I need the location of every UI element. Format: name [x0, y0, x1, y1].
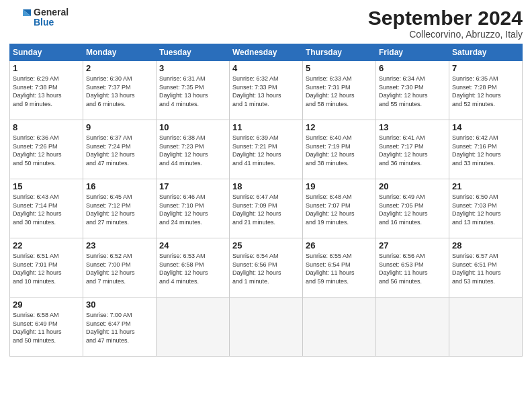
table-row: 27 Sunrise: 6:56 AM Sunset: 6:53 PM Dayl…	[376, 238, 449, 298]
table-row: 12 Sunrise: 6:40 AM Sunset: 7:19 PM Dayl…	[303, 120, 376, 179]
col-wednesday: Wednesday	[230, 44, 303, 61]
day-info: Sunrise: 6:41 AM Sunset: 7:17 PM Dayligh…	[379, 134, 446, 167]
day-info: Sunrise: 6:32 AM Sunset: 7:33 PM Dayligh…	[232, 75, 300, 108]
col-thursday: Thursday	[303, 44, 376, 61]
table-row: 5 Sunrise: 6:33 AM Sunset: 7:31 PM Dayli…	[303, 61, 376, 120]
calendar-week-row: 15 Sunrise: 6:43 AM Sunset: 7:14 PM Dayl…	[10, 179, 523, 238]
header: General Blue September 2024 Collecorvino…	[9, 7, 523, 40]
table-row: 15 Sunrise: 6:43 AM Sunset: 7:14 PM Dayl…	[10, 179, 83, 238]
table-row: 4 Sunrise: 6:32 AM Sunset: 7:33 PM Dayli…	[230, 61, 303, 120]
logo: General Blue	[9, 7, 69, 28]
day-info: Sunrise: 6:57 AM Sunset: 6:51 PM Dayligh…	[452, 252, 519, 285]
table-row: 23 Sunrise: 6:52 AM Sunset: 7:00 PM Dayl…	[83, 238, 157, 298]
day-info: Sunrise: 6:45 AM Sunset: 7:12 PM Dayligh…	[86, 193, 153, 226]
calendar-week-row: 29 Sunrise: 6:58 AM Sunset: 6:49 PM Dayl…	[10, 298, 523, 357]
logo-general: General	[34, 7, 69, 17]
day-number: 29	[13, 300, 80, 310]
table-row: 18 Sunrise: 6:47 AM Sunset: 7:09 PM Dayl…	[230, 179, 303, 238]
calendar-container: General Blue September 2024 Collecorvino…	[0, 0, 532, 363]
col-friday: Friday	[376, 44, 449, 61]
calendar-week-row: 22 Sunrise: 6:51 AM Sunset: 7:01 PM Dayl…	[10, 238, 523, 298]
day-number: 2	[86, 63, 153, 73]
day-number: 16	[86, 181, 153, 191]
calendar-week-row: 8 Sunrise: 6:36 AM Sunset: 7:26 PM Dayli…	[10, 120, 523, 179]
table-row: 9 Sunrise: 6:37 AM Sunset: 7:24 PM Dayli…	[83, 120, 157, 179]
table-row: 11 Sunrise: 6:39 AM Sunset: 7:21 PM Dayl…	[230, 120, 303, 179]
table-row: 21 Sunrise: 6:50 AM Sunset: 7:03 PM Dayl…	[449, 179, 523, 238]
location-title: Collecorvino, Abruzzo, Italy	[368, 29, 523, 40]
table-row: 14 Sunrise: 6:42 AM Sunset: 7:16 PM Dayl…	[449, 120, 523, 179]
day-info: Sunrise: 6:37 AM Sunset: 7:24 PM Dayligh…	[86, 134, 153, 167]
table-row	[230, 298, 303, 357]
day-info: Sunrise: 6:54 AM Sunset: 6:56 PM Dayligh…	[232, 252, 300, 285]
day-info: Sunrise: 6:42 AM Sunset: 7:16 PM Dayligh…	[452, 134, 519, 167]
table-row: 20 Sunrise: 6:49 AM Sunset: 7:05 PM Dayl…	[376, 179, 449, 238]
day-number: 30	[86, 300, 153, 310]
table-row: 17 Sunrise: 6:46 AM Sunset: 7:10 PM Dayl…	[157, 179, 230, 238]
day-info: Sunrise: 6:33 AM Sunset: 7:31 PM Dayligh…	[306, 75, 373, 108]
table-row	[157, 298, 230, 357]
table-row: 25 Sunrise: 6:54 AM Sunset: 6:56 PM Dayl…	[230, 238, 303, 298]
calendar-header-row: Sunday Monday Tuesday Wednesday Thursday…	[10, 44, 523, 61]
day-info: Sunrise: 6:50 AM Sunset: 7:03 PM Dayligh…	[452, 193, 519, 226]
day-info: Sunrise: 6:35 AM Sunset: 7:28 PM Dayligh…	[452, 75, 519, 108]
day-number: 20	[379, 181, 446, 191]
day-number: 27	[379, 240, 446, 250]
table-row: 7 Sunrise: 6:35 AM Sunset: 7:28 PM Dayli…	[449, 61, 523, 120]
day-number: 10	[159, 122, 226, 132]
day-info: Sunrise: 6:40 AM Sunset: 7:19 PM Dayligh…	[306, 134, 373, 167]
day-number: 28	[452, 240, 519, 250]
day-info: Sunrise: 6:47 AM Sunset: 7:09 PM Dayligh…	[232, 193, 300, 226]
day-info: Sunrise: 6:46 AM Sunset: 7:10 PM Dayligh…	[159, 193, 226, 226]
day-info: Sunrise: 6:34 AM Sunset: 7:30 PM Dayligh…	[379, 75, 446, 108]
day-number: 1	[13, 63, 80, 73]
day-info: Sunrise: 6:43 AM Sunset: 7:14 PM Dayligh…	[13, 193, 80, 226]
col-tuesday: Tuesday	[157, 44, 230, 61]
table-row: 16 Sunrise: 6:45 AM Sunset: 7:12 PM Dayl…	[83, 179, 157, 238]
calendar-week-row: 1 Sunrise: 6:29 AM Sunset: 7:38 PM Dayli…	[10, 61, 523, 120]
table-row: 6 Sunrise: 6:34 AM Sunset: 7:30 PM Dayli…	[376, 61, 449, 120]
day-info: Sunrise: 6:38 AM Sunset: 7:23 PM Dayligh…	[159, 134, 226, 167]
table-row: 19 Sunrise: 6:48 AM Sunset: 7:07 PM Dayl…	[303, 179, 376, 238]
day-number: 25	[232, 240, 300, 250]
day-info: Sunrise: 6:52 AM Sunset: 7:00 PM Dayligh…	[86, 252, 153, 285]
table-row: 29 Sunrise: 6:58 AM Sunset: 6:49 PM Dayl…	[10, 298, 83, 357]
table-row: 26 Sunrise: 6:55 AM Sunset: 6:54 PM Dayl…	[303, 238, 376, 298]
day-info: Sunrise: 6:36 AM Sunset: 7:26 PM Dayligh…	[13, 134, 80, 167]
day-info: Sunrise: 6:51 AM Sunset: 7:01 PM Dayligh…	[13, 252, 80, 285]
day-info: Sunrise: 6:49 AM Sunset: 7:05 PM Dayligh…	[379, 193, 446, 226]
table-row: 3 Sunrise: 6:31 AM Sunset: 7:35 PM Dayli…	[157, 61, 230, 120]
table-row: 13 Sunrise: 6:41 AM Sunset: 7:17 PM Dayl…	[376, 120, 449, 179]
day-info: Sunrise: 6:55 AM Sunset: 6:54 PM Dayligh…	[306, 252, 373, 285]
day-number: 21	[452, 181, 519, 191]
title-block: September 2024 Collecorvino, Abruzzo, It…	[368, 7, 523, 40]
table-row: 30 Sunrise: 7:00 AM Sunset: 6:47 PM Dayl…	[83, 298, 157, 357]
col-monday: Monday	[83, 44, 157, 61]
day-info: Sunrise: 6:58 AM Sunset: 6:49 PM Dayligh…	[13, 311, 80, 345]
day-number: 17	[159, 181, 226, 191]
day-number: 23	[86, 240, 153, 250]
day-info: Sunrise: 6:30 AM Sunset: 7:37 PM Dayligh…	[86, 75, 153, 108]
day-info: Sunrise: 6:56 AM Sunset: 6:53 PM Dayligh…	[379, 252, 446, 285]
day-number: 4	[232, 63, 300, 73]
month-title: September 2024	[368, 7, 523, 29]
day-number: 13	[379, 122, 446, 132]
table-row: 24 Sunrise: 6:53 AM Sunset: 6:58 PM Dayl…	[157, 238, 230, 298]
table-row: 10 Sunrise: 6:38 AM Sunset: 7:23 PM Dayl…	[157, 120, 230, 179]
day-info: Sunrise: 7:00 AM Sunset: 6:47 PM Dayligh…	[86, 311, 153, 345]
table-row: 22 Sunrise: 6:51 AM Sunset: 7:01 PM Dayl…	[10, 238, 83, 298]
day-number: 18	[232, 181, 300, 191]
day-number: 7	[452, 63, 519, 73]
day-info: Sunrise: 6:39 AM Sunset: 7:21 PM Dayligh…	[232, 134, 300, 167]
day-number: 6	[379, 63, 446, 73]
day-number: 3	[159, 63, 226, 73]
day-info: Sunrise: 6:29 AM Sunset: 7:38 PM Dayligh…	[13, 75, 80, 108]
day-number: 26	[306, 240, 373, 250]
day-number: 9	[86, 122, 153, 132]
table-row	[376, 298, 449, 357]
day-number: 15	[13, 181, 80, 191]
day-number: 8	[13, 122, 80, 132]
day-number: 24	[159, 240, 226, 250]
col-saturday: Saturday	[449, 44, 523, 61]
day-number: 22	[13, 240, 80, 250]
